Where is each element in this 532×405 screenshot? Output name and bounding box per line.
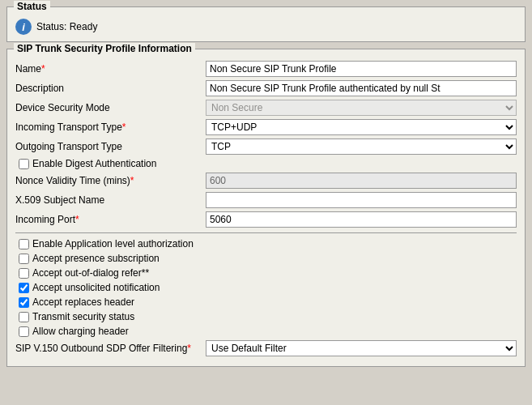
sip-info-section: SIP Trunk Security Profile Information N… [6,49,526,367]
accept-presence-checkbox[interactable] [19,254,29,264]
sip-v150-select[interactable]: Use Default Filter No Filtering Other [206,340,517,356]
transmit-security-row: Transmit security status [15,311,517,322]
info-icon: i [15,19,32,35]
allow-charging-label: Allow charging header [32,326,129,337]
enable-digest-label: Enable Digest Authentication [32,158,156,169]
incoming-transport-field-wrapper: TCP+UDP TCP UDP TLS [206,119,517,135]
status-text: Status: Ready [36,21,97,32]
accept-replaces-row: Accept replaces header [15,296,517,308]
nonce-row: Nonce Validity Time (mins)* [15,173,517,189]
outgoing-transport-row: Outgoing Transport Type TCP UDP TCP+UDP … [15,139,517,155]
enable-app-row: Enable Application level authorization [15,238,517,249]
x509-input[interactable] [206,192,517,208]
description-label: Description [15,83,206,94]
enable-digest-row: Enable Digest Authentication [15,158,517,169]
status-section-title: Status [14,1,50,12]
accept-out-dialog-label: Accept out-of-dialog refer** [32,267,149,279]
nonce-label: Nonce Validity Time (mins)* [15,175,206,186]
accept-replaces-checkbox[interactable] [19,297,29,308]
device-security-field-wrapper: Non Secure [206,100,517,116]
incoming-port-row: Incoming Port* [15,211,517,228]
x509-field-wrapper [206,192,517,208]
outgoing-transport-label: Outgoing Transport Type [15,141,206,152]
accept-out-dialog-row: Accept out-of-dialog refer** [15,267,517,279]
name-row: Name* [15,61,517,77]
accept-unsolicited-checkbox[interactable] [19,283,29,293]
sip-v150-field-wrapper: Use Default Filter No Filtering Other [206,340,517,356]
allow-charging-checkbox[interactable] [19,326,29,337]
description-input[interactable] [206,80,517,96]
sip-v150-row: SIP V.150 Outbound SDP Offer Filtering* … [15,340,517,356]
outgoing-transport-field-wrapper: TCP UDP TCP+UDP TLS [206,139,517,155]
accept-out-dialog-checkbox[interactable] [19,268,29,279]
accept-unsolicited-row: Accept unsolicited notification [15,282,517,293]
sip-section-title: SIP Trunk Security Profile Information [14,43,195,54]
incoming-transport-select[interactable]: TCP+UDP TCP UDP TLS [206,119,517,135]
description-row: Description [15,80,517,96]
device-security-select[interactable]: Non Secure [206,100,517,116]
enable-app-checkbox[interactable] [19,239,29,249]
sip-v150-label: SIP V.150 Outbound SDP Offer Filtering* [15,343,206,354]
accept-replaces-label: Accept replaces header [32,296,134,308]
enable-app-label: Enable Application level authorization [32,238,194,249]
transmit-security-checkbox[interactable] [19,312,29,322]
allow-charging-row: Allow charging header [15,326,517,337]
incoming-port-field-wrapper [206,211,517,228]
nonce-field-wrapper [206,173,517,189]
transmit-security-label: Transmit security status [32,311,134,322]
name-field-wrapper [206,61,517,77]
nonce-input[interactable] [206,173,517,189]
enable-digest-checkbox[interactable] [19,159,29,169]
x509-row: X.509 Subject Name [15,192,517,208]
device-security-label: Device Security Mode [15,102,206,113]
incoming-port-input[interactable] [206,211,517,228]
incoming-transport-label: Incoming Transport Type* [15,122,206,133]
accept-unsolicited-label: Accept unsolicited notification [32,282,160,293]
status-section: Status i Status: Ready [6,6,526,42]
outgoing-transport-select[interactable]: TCP UDP TCP+UDP TLS [206,139,517,155]
accept-presence-row: Accept presence subscription [15,253,517,264]
incoming-port-label: Incoming Port* [15,214,206,225]
name-input[interactable] [206,61,517,77]
divider-1 [15,232,517,233]
x509-label: X.509 Subject Name [15,194,206,206]
incoming-transport-row: Incoming Transport Type* TCP+UDP TCP UDP… [15,119,517,135]
name-label: Name* [15,63,206,75]
description-field-wrapper [206,80,517,96]
device-security-row: Device Security Mode Non Secure [15,100,517,116]
accept-presence-label: Accept presence subscription [32,253,160,264]
